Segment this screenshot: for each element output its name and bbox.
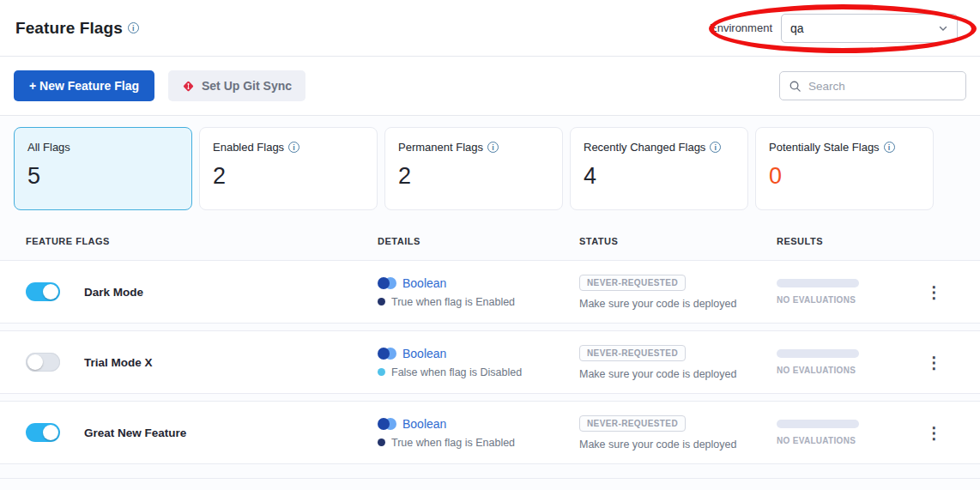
table-row[interactable]: Great New Feature Boolean True when flag… [0,401,980,464]
stat-value: 5 [27,163,178,190]
info-icon[interactable] [288,142,299,153]
flag-type-label: Boolean [402,347,446,360]
table-header-status: STATUS [579,236,777,246]
stat-label: Enabled Flags [213,141,284,154]
table-header-results: RESULTS [777,236,914,246]
stat-value: 0 [769,163,920,190]
status-text: Make sure your code is deployed [579,368,777,380]
boolean-type-icon [378,277,396,289]
info-icon[interactable] [884,142,895,153]
table-header-feature-flags: FEATURE FLAGS [0,236,378,246]
results-bar [777,349,859,358]
stat-label: Potentially Stale Flags [769,141,880,154]
variant-text: False when flag is Disabled [391,366,522,378]
stats-cards: All Flags 5 Enabled Flags 2 Permanent Fl… [0,116,980,210]
stat-card-recently-changed-flags[interactable]: Recently Changed Flags 4 [570,127,748,210]
git-sync-icon [182,80,195,93]
variant-dot-icon [378,298,385,305]
flag-type-label: Boolean [402,276,446,290]
results-label: NO EVALUATIONS [777,436,914,445]
title-info-icon[interactable] [128,22,139,33]
table-row[interactable]: Dark Mode Boolean True when flag is Enab… [0,260,980,324]
git-sync-label: Set Up Git Sync [202,79,292,93]
feature-flags-page: Feature Flags Environment qa + New Featu… [0,0,980,490]
main-content: All Flags 5 Enabled Flags 2 Permanent Fl… [0,116,980,490]
flag-rows: Dark Mode Boolean True when flag is Enab… [0,260,980,479]
environment-select[interactable]: qa [781,14,958,43]
toggle-knob [43,425,58,440]
row-menu-kebab-icon[interactable]: ⋮ [921,351,947,374]
page-header: Feature Flags Environment qa [0,0,980,57]
search-icon [789,80,802,93]
new-feature-flag-button[interactable]: + New Feature Flag [14,70,154,101]
flag-type-label: Boolean [402,417,446,431]
stat-card-enabled-flags[interactable]: Enabled Flags 2 [199,127,378,210]
table-header-details: DETAILS [378,236,579,246]
flag-toggle[interactable] [26,353,60,372]
environment-value: qa [790,21,804,35]
next-row-edge [0,478,980,479]
info-icon[interactable] [487,142,499,153]
variant-dot-icon [378,368,385,376]
results-label: NO EVALUATIONS [777,366,914,375]
boolean-type-icon [378,348,396,360]
stat-card-permanent-flags[interactable]: Permanent Flags 2 [384,127,563,210]
status-badge: NEVER-REQUESTED [579,415,686,432]
status-badge: NEVER-REQUESTED [579,275,686,291]
row-menu-kebab-icon[interactable]: ⋮ [921,281,947,304]
info-icon[interactable] [710,142,721,153]
status-badge: NEVER-REQUESTED [579,345,686,361]
stat-card-potentially-stale-flags[interactable]: Potentially Stale Flags 0 [755,127,934,210]
git-sync-button[interactable]: Set Up Git Sync [168,70,305,101]
table-header-row: FEATURE FLAGS DETAILS STATUS RESULTS [0,210,980,260]
results-bar [777,420,859,428]
row-menu-kebab-icon[interactable]: ⋮ [921,421,947,445]
stat-card-all-flags[interactable]: All Flags 5 [14,127,192,210]
table-row[interactable]: Trial Mode X Boolean False when flag is … [0,330,980,394]
toggle-knob [43,284,58,299]
stat-value: 2 [398,163,549,190]
chevron-down-icon [938,23,948,33]
variant-text: True when flag is Enabled [391,437,515,449]
environment-label: Environment [710,21,772,34]
results-bar [777,279,859,287]
status-text: Make sure your code is deployed [579,298,777,310]
variant-text: True when flag is Enabled [391,296,515,308]
stat-label: All Flags [27,141,70,154]
flag-toggle[interactable] [26,282,60,301]
stat-label: Recently Changed Flags [584,141,705,154]
flag-name[interactable]: Dark Mode [84,286,143,299]
stat-value: 4 [584,163,735,190]
page-title: Feature Flags [15,19,123,38]
flag-name[interactable]: Great New Feature [84,426,186,439]
stat-label: Permanent Flags [398,141,483,154]
boolean-type-icon [378,418,396,430]
search-input[interactable] [808,80,960,93]
results-label: NO EVALUATIONS [777,295,914,305]
stat-value: 2 [213,163,364,190]
flag-name[interactable]: Trial Mode X [84,356,153,369]
toolbar: + New Feature Flag Set Up Git Sync [0,57,980,116]
flag-toggle[interactable] [26,423,60,442]
status-text: Make sure your code is deployed [579,439,777,451]
toggle-knob [27,354,43,370]
variant-dot-icon [378,439,385,446]
search-box[interactable] [779,71,966,100]
